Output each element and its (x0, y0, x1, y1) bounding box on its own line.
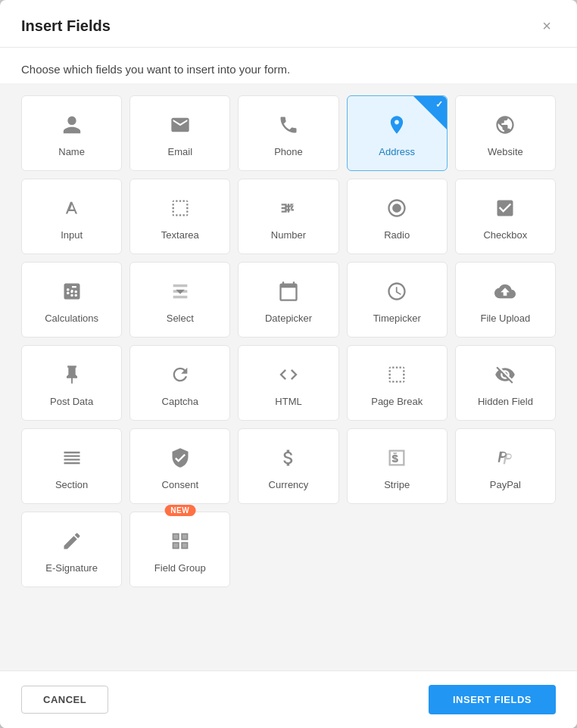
paypal-label: PayPal (490, 479, 521, 490)
field-item-address[interactable]: Address (347, 95, 448, 171)
website-label: Website (488, 146, 523, 157)
datepicker-icon (278, 281, 299, 313)
modal-body: NameEmailPhoneAddressWebsiteInputTextare… (0, 83, 577, 670)
field-item-datepicker[interactable]: Datepicker (238, 262, 338, 338)
name-icon (61, 114, 83, 146)
captcha-icon (170, 364, 191, 396)
number-icon (278, 198, 299, 229)
phone-icon (278, 114, 299, 146)
section-label: Section (55, 479, 88, 490)
checkbox-label: Checkbox (483, 229, 527, 241)
html-icon (278, 364, 299, 396)
field-item-section[interactable]: Section (21, 428, 122, 504)
radio-icon (386, 198, 407, 229)
modal-title: Insert Fields (21, 17, 111, 35)
pagebreak-icon (386, 364, 407, 396)
field-item-email[interactable]: Email (129, 95, 230, 171)
field-item-checkbox[interactable]: Checkbox (455, 179, 556, 254)
svg-text:S: S (391, 452, 398, 464)
field-item-currency[interactable]: Currency (238, 428, 338, 504)
calculations-icon (61, 281, 83, 313)
phone-label: Phone (274, 146, 303, 157)
timepicker-label: Timepicker (373, 313, 421, 324)
currency-icon (278, 447, 299, 479)
field-item-hiddenfield[interactable]: Hidden Field (455, 345, 556, 421)
insert-fields-button[interactable]: INSERT FIELDS (429, 685, 556, 714)
field-item-consent[interactable]: Consent (129, 428, 230, 504)
number-label: Number (271, 229, 306, 241)
stripe-label: Stripe (384, 479, 410, 490)
calculations-label: Calculations (45, 313, 98, 324)
name-label: Name (58, 146, 85, 157)
radio-label: Radio (384, 229, 410, 241)
select-icon (170, 281, 191, 313)
fieldgroup-icon (170, 530, 191, 562)
email-label: Email (168, 146, 193, 157)
consent-icon (170, 447, 191, 479)
cancel-button[interactable]: CANCEL (21, 686, 108, 714)
field-item-captcha[interactable]: Captcha (129, 345, 230, 421)
paypal-icon (494, 447, 516, 479)
postdata-icon (61, 364, 83, 396)
datepicker-label: Datepicker (265, 313, 312, 324)
timepicker-icon (386, 281, 407, 313)
field-item-number[interactable]: Number (238, 179, 338, 254)
input-icon (61, 198, 83, 229)
textarea-icon (170, 198, 191, 229)
fileupload-icon (494, 281, 516, 313)
email-icon (170, 114, 191, 146)
field-item-radio[interactable]: Radio (347, 179, 448, 254)
fieldgroup-label: Field Group (154, 562, 206, 574)
section-icon (61, 447, 83, 479)
field-item-website[interactable]: Website (455, 95, 556, 171)
field-item-stripe[interactable]: SStripe (347, 428, 448, 504)
modal-subtitle: Choose which fields you want to insert i… (0, 48, 577, 83)
new-badge: NEW (164, 505, 195, 516)
fields-grid: NameEmailPhoneAddressWebsiteInputTextare… (21, 95, 556, 587)
close-button[interactable]: × (538, 17, 556, 35)
website-icon (494, 114, 516, 146)
consent-label: Consent (162, 479, 198, 490)
checkbox-icon (494, 198, 516, 229)
field-item-fileupload[interactable]: File Upload (455, 262, 556, 338)
field-item-select[interactable]: Select (129, 262, 230, 338)
currency-label: Currency (269, 479, 309, 490)
stripe-icon: S (386, 447, 407, 479)
field-item-input[interactable]: Input (21, 179, 122, 254)
esignature-label: E-Signature (45, 562, 98, 574)
select-label: Select (167, 313, 194, 324)
field-item-html[interactable]: HTML (238, 345, 338, 421)
modal-header: Insert Fields × (0, 0, 577, 48)
field-item-textarea[interactable]: Textarea (129, 179, 230, 254)
field-item-calculations[interactable]: Calculations (21, 262, 122, 338)
captcha-label: Captcha (162, 396, 198, 407)
html-label: HTML (275, 396, 301, 407)
field-item-postdata[interactable]: Post Data (21, 345, 122, 421)
field-item-pagebreak[interactable]: Page Break (347, 345, 448, 421)
field-item-fieldgroup[interactable]: NEWField Group (129, 512, 230, 587)
hiddenfield-icon (494, 364, 516, 396)
field-item-phone[interactable]: Phone (238, 95, 338, 171)
field-item-paypal[interactable]: PayPal (455, 428, 556, 504)
address-label: Address (379, 146, 415, 157)
address-icon (386, 114, 407, 146)
fileupload-label: File Upload (481, 313, 531, 324)
postdata-label: Post Data (50, 396, 93, 407)
modal-footer: CANCEL INSERT FIELDS (0, 670, 577, 728)
esignature-icon (61, 530, 83, 562)
hiddenfield-label: Hidden Field (478, 396, 533, 407)
input-label: Input (61, 229, 83, 241)
field-item-name[interactable]: Name (21, 95, 122, 171)
field-item-timepicker[interactable]: Timepicker (347, 262, 448, 338)
insert-fields-modal: Insert Fields × Choose which fields you … (0, 0, 577, 728)
pagebreak-label: Page Break (371, 396, 423, 407)
textarea-label: Textarea (161, 229, 199, 241)
field-item-esignature[interactable]: E-Signature (21, 512, 122, 587)
